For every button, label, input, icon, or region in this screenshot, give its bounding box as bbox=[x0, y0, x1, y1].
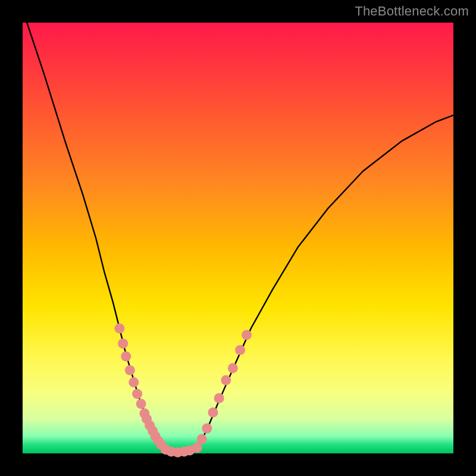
data-dot bbox=[114, 324, 124, 334]
chart-svg bbox=[23, 23, 453, 453]
data-dot bbox=[208, 408, 218, 418]
data-dot bbox=[129, 377, 139, 387]
data-dot bbox=[197, 434, 207, 444]
data-dot bbox=[125, 365, 135, 375]
data-dot bbox=[118, 339, 128, 349]
data-dot bbox=[202, 424, 212, 434]
data-dot bbox=[221, 375, 231, 385]
v-curve bbox=[27, 23, 453, 453]
data-dot bbox=[192, 443, 202, 453]
plot-area bbox=[23, 23, 453, 453]
data-dot bbox=[235, 345, 245, 355]
watermark-text: TheBottleneck.com bbox=[355, 4, 469, 19]
chart-frame: TheBottleneck.com bbox=[0, 0, 476, 476]
data-dots bbox=[114, 324, 252, 458]
data-dot bbox=[214, 393, 224, 403]
data-dot bbox=[228, 363, 238, 373]
data-dot bbox=[242, 330, 252, 340]
data-dot bbox=[136, 399, 146, 409]
data-dot bbox=[132, 389, 142, 399]
data-dot bbox=[121, 352, 131, 362]
